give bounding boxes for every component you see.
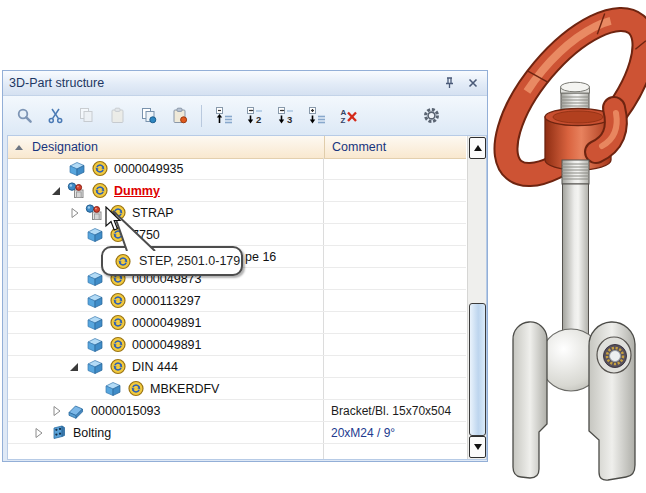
model-bearing xyxy=(597,337,631,373)
cut-icon xyxy=(47,107,64,124)
application-workspace: 3D-Part structure 23AZ Designation xyxy=(0,0,646,493)
indent-spacer xyxy=(8,432,29,433)
comment-cell xyxy=(324,356,466,377)
paste-special-button[interactable] xyxy=(167,104,191,128)
indent-spacer xyxy=(8,410,47,411)
comment-cell xyxy=(324,312,466,333)
svg-text:2: 2 xyxy=(256,114,261,125)
designation-header-label: Designation xyxy=(32,140,98,154)
indent-spacer xyxy=(8,366,65,367)
collapse-all-button[interactable] xyxy=(212,104,236,128)
row-label: 0000049891 xyxy=(132,338,202,352)
referenced-part-icon xyxy=(124,380,147,397)
scroll-up-button[interactable] xyxy=(469,137,486,159)
paste-button xyxy=(105,104,129,128)
remove-sort-icon: AZ xyxy=(340,107,357,124)
tree-row-0000049891[interactable]: 0000049891 xyxy=(8,312,466,334)
tree-row-0000015093[interactable]: 0000015093Bracket/Bl. 15x70x504 xyxy=(8,400,466,422)
copy-special-button[interactable] xyxy=(136,104,160,128)
designation-cell: DIN 444 xyxy=(8,356,324,377)
designation-cell: 0000049891 xyxy=(8,312,324,333)
collapse-all-icon xyxy=(216,107,233,124)
referenced-part-icon xyxy=(106,292,129,309)
referenced-part-icon xyxy=(106,358,129,375)
comment-cell xyxy=(324,378,466,399)
designation-cell: 0000049891 xyxy=(8,334,324,355)
column-header-row: Designation Comment xyxy=(8,136,466,159)
row-label: 0000015093 xyxy=(91,404,161,418)
comment-cell: Bracket/Bl. 15x70x504 xyxy=(324,400,466,421)
find-icon xyxy=(16,107,33,124)
comment-cell xyxy=(324,246,466,267)
tree-row-0000049891[interactable]: 0000049891 xyxy=(8,334,466,356)
part-icon xyxy=(83,292,106,309)
designation-cell: MBKERDFV xyxy=(8,378,324,399)
comment-cell xyxy=(324,180,466,201)
tree-row-bolting[interactable]: Bolting20xM24 / 9° xyxy=(8,422,466,444)
designation-cell: STRAP xyxy=(8,202,324,223)
column-header-comment[interactable]: Comment xyxy=(324,136,466,158)
sort-asc-icon xyxy=(15,145,23,150)
designation-cell: 0000113297 xyxy=(8,290,324,311)
designation-cell: Dummy xyxy=(8,180,324,201)
toolbar-separator xyxy=(201,105,202,127)
expander-collapsed-icon[interactable] xyxy=(65,207,83,219)
tree-row-0000049935[interactable]: 0000049935 xyxy=(8,158,466,180)
expander-collapsed-icon[interactable] xyxy=(47,405,65,417)
settings-gear-button[interactable] xyxy=(420,104,442,126)
comment-cell xyxy=(324,268,466,289)
row-label: Bolting xyxy=(73,426,111,440)
scrollbar-thumb[interactable] xyxy=(469,303,486,436)
expander-expanded-icon[interactable] xyxy=(47,185,65,197)
expand-all-button[interactable] xyxy=(305,104,329,128)
row-label: DIN 444 xyxy=(132,360,178,374)
indent-spacer xyxy=(8,190,47,191)
vertical-scrollbar[interactable] xyxy=(467,136,486,459)
expand-level-2-button[interactable]: 2 xyxy=(243,104,267,128)
tree-row-strap[interactable]: STRAP xyxy=(8,202,466,224)
panel-toolbar: 23AZ xyxy=(3,96,487,135)
expand-level-3-icon: 3 xyxy=(278,107,295,124)
tree-row-dummy[interactable]: Dummy xyxy=(8,180,466,202)
comment-header-label: Comment xyxy=(332,140,386,154)
indent-spacer xyxy=(8,388,83,389)
tree-row-7750[interactable]: 7750 xyxy=(8,224,466,246)
comment-cell xyxy=(324,334,466,355)
indent-spacer xyxy=(8,300,65,301)
referenced-part-icon xyxy=(106,314,129,331)
column-header-designation[interactable]: Designation xyxy=(8,136,330,158)
expand-level-2-icon: 2 xyxy=(247,107,264,124)
tree-content: Designation Comment 0000049935DummySTRAP… xyxy=(7,135,487,460)
expander-collapsed-icon[interactable] xyxy=(29,427,47,439)
pin-icon[interactable] xyxy=(441,75,458,91)
expand-level-3-button[interactable]: 3 xyxy=(274,104,298,128)
indent-spacer xyxy=(8,344,65,345)
tree-row-0000113297[interactable]: 0000113297 xyxy=(8,290,466,312)
row-label: MBKERDFV xyxy=(150,382,219,396)
gear-icon xyxy=(422,106,441,125)
viewport-3d[interactable] xyxy=(488,0,646,493)
part-icon xyxy=(83,336,106,353)
model-shaft xyxy=(562,160,589,342)
tree-row-mbkerdfv[interactable]: MBKERDFV xyxy=(8,378,466,400)
find-button[interactable] xyxy=(12,104,36,128)
referenced-part-icon xyxy=(111,253,134,270)
expander-expanded-icon[interactable] xyxy=(65,361,83,373)
designation-cell: 0000015093 xyxy=(8,400,324,421)
close-icon[interactable] xyxy=(464,75,481,91)
lifting-eye-model xyxy=(488,0,646,493)
cut-button[interactable] xyxy=(43,104,67,128)
triangle-up-icon xyxy=(474,145,482,151)
row-label: Dummy xyxy=(114,184,160,198)
expand-all-icon xyxy=(309,107,326,124)
designation-cell: 0000049935 xyxy=(8,158,324,179)
row-label: 0000049935 xyxy=(114,162,184,176)
row-label: 0000113297 xyxy=(132,294,201,308)
panel-titlebar[interactable]: 3D-Part structure xyxy=(3,71,487,96)
scroll-down-button[interactable] xyxy=(469,436,486,458)
tree-rows: 0000049935DummySTRAP7750pe 1600000498730… xyxy=(8,158,466,459)
designation-cell: Bolting xyxy=(8,422,324,443)
comment-cell xyxy=(324,158,466,179)
remove-sort-button[interactable]: AZ xyxy=(336,104,360,128)
tree-row-din-444[interactable]: DIN 444 xyxy=(8,356,466,378)
